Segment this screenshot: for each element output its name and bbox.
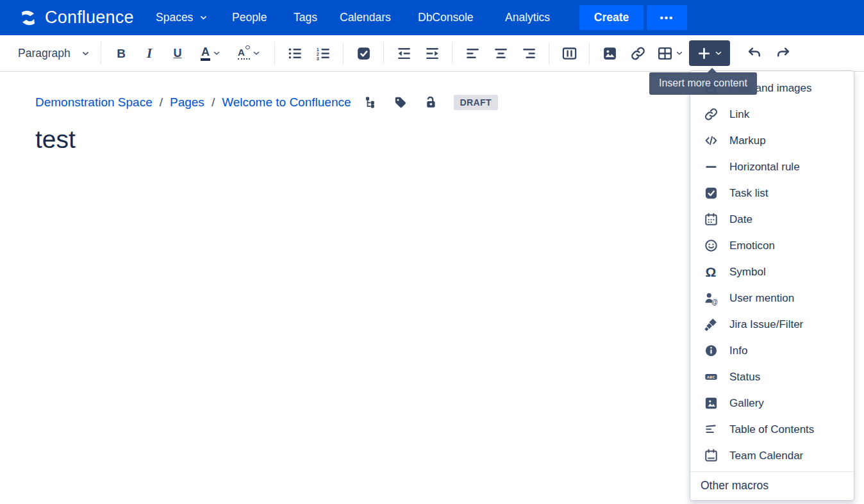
jira-icon [703,317,719,332]
menu-item-symbol[interactable]: ΩSymbol [690,259,854,285]
insert-link-button[interactable] [624,41,652,65]
insert-menu-footer: Other macros [690,471,854,500]
paragraph-style-value: Paragraph [18,47,71,60]
nav-item-label: Calendars [340,11,391,24]
indent-icon [424,45,440,61]
menu-item-status[interactable]: ABCStatus [690,364,854,390]
menu-item-user-mention[interactable]: @User mention [690,285,854,311]
info-icon [703,343,719,359]
menu-item-link[interactable]: Link [690,101,854,127]
app-logo[interactable]: Confluence [18,0,134,35]
toolbar-separator [383,42,384,64]
menu-item-label: Jira Issue/Filter [729,318,803,331]
menu-item-label: Link [729,108,749,121]
chevron-down-icon [199,13,208,22]
nav-more-button[interactable]: ••• [647,5,687,30]
create-button[interactable]: Create [579,5,644,30]
insert-table-button[interactable] [652,41,689,65]
underline-button[interactable]: U [163,41,192,65]
nav-item-tags[interactable]: Tags [294,0,317,35]
undo-icon [747,45,763,61]
task-list-icon [356,45,372,61]
nav-item-analytics[interactable]: Analytics [505,0,550,35]
confluence-editor-screen: Confluence SpacesPeopleTagsCalendarsDbCo… [0,0,864,504]
insert-image-button[interactable] [595,41,624,65]
menu-item-emoticon[interactable]: Emoticon [690,232,854,259]
ellipsis-icon: ••• [660,13,674,22]
toolbar-separator [452,42,453,64]
nav-item-calendars[interactable]: Calendars [340,0,391,35]
bullet-list-icon [287,45,303,61]
menu-item-info[interactable]: Info [690,337,854,364]
align-right-button[interactable] [515,41,543,65]
redo-button[interactable] [768,41,797,65]
page-tree-icon[interactable] [364,95,378,110]
outdent-button[interactable] [390,41,418,65]
align-right-icon [521,45,537,61]
menu-item-gallery[interactable]: Gallery [690,390,854,416]
align-center-button[interactable] [486,41,515,65]
breadcrumb-link[interactable]: Demonstration Space [35,95,153,110]
text-color-button[interactable]: A [192,41,230,65]
menu-item-label: Table of Contents [729,423,814,436]
page-layout-button[interactable] [555,41,583,65]
nav-item-spaces[interactable]: Spaces [156,0,208,35]
menu-item-markup[interactable]: Markup [690,127,854,154]
label-tag-icon[interactable] [394,95,408,110]
link-icon [630,45,646,61]
page-title[interactable]: test [35,126,76,154]
outdent-icon [396,45,412,61]
other-macros-link[interactable]: Other macros [701,479,768,492]
menu-item-date[interactable]: Date [690,206,854,232]
task-list-button[interactable] [349,41,378,65]
bullet-list-button[interactable] [281,41,309,65]
menu-item-table-of-contents[interactable]: Table of Contents [690,416,854,443]
breadcrumb-links: Demonstration Space/Pages/Welcome to Con… [35,95,351,110]
more-formatting-icon: A [238,47,250,60]
plus-icon [696,45,712,61]
italic-button[interactable]: I [135,41,163,65]
menu-item-label: Markup [729,134,766,147]
menu-item-task-list[interactable]: Task list [690,180,854,206]
paragraph-style-select[interactable]: Paragraph [18,47,95,60]
indent-button[interactable] [418,41,446,65]
insert-more-content-button[interactable] [689,40,730,66]
insert-menu-list: Files and imagesLinkMarkupHorizontal rul… [690,71,854,471]
toolbar-separator [101,42,101,64]
nav-item-dbconsole[interactable]: DbConsole [418,0,474,35]
menu-item-horizontal-rule[interactable]: Horizontal rule [690,154,854,180]
chevron-down-icon [212,49,221,58]
breadcrumb-link[interactable]: Pages [170,95,204,110]
menu-item-team-calendar[interactable]: Team Calendar [690,443,854,469]
nav-item-label: Analytics [505,11,550,24]
nav-item-people[interactable]: People [232,0,267,35]
menu-item-jira-issue-filter[interactable]: Jira Issue/Filter [690,311,854,337]
task-list-icon [703,186,719,201]
breadcrumb-separator: / [212,95,215,110]
bold-button[interactable]: B [107,41,135,65]
insert-more-content-tooltip: Insert more content [649,72,757,95]
chevron-down-icon [675,49,684,58]
chevron-down-icon [252,49,261,58]
menu-item-label: Emoticon [729,240,775,252]
align-left-button[interactable] [458,41,486,65]
more-formatting-button[interactable]: A [230,41,269,65]
user-mention-icon: @ [703,291,719,306]
numbered-list-button[interactable]: 123 [309,41,337,65]
menu-item-label: Horizontal rule [729,161,800,174]
toolbar-separator [589,42,590,64]
breadcrumb-separator: / [160,95,163,110]
status-icon: ABC [703,370,719,385]
menu-item-label: Status [729,371,760,384]
chevron-down-icon [714,49,723,58]
unlock-icon[interactable] [423,95,437,110]
breadcrumb-link[interactable]: Welcome to Confluence [222,95,351,110]
italic-icon: I [147,47,152,60]
menu-item-label: Info [729,345,747,357]
svg-text:@: @ [711,298,718,305]
undo-button[interactable] [740,41,768,65]
menu-item-label: Gallery [729,397,764,410]
toolbar-separator [343,42,344,64]
align-center-icon [493,45,509,61]
brand-name: Confluence [45,8,134,28]
